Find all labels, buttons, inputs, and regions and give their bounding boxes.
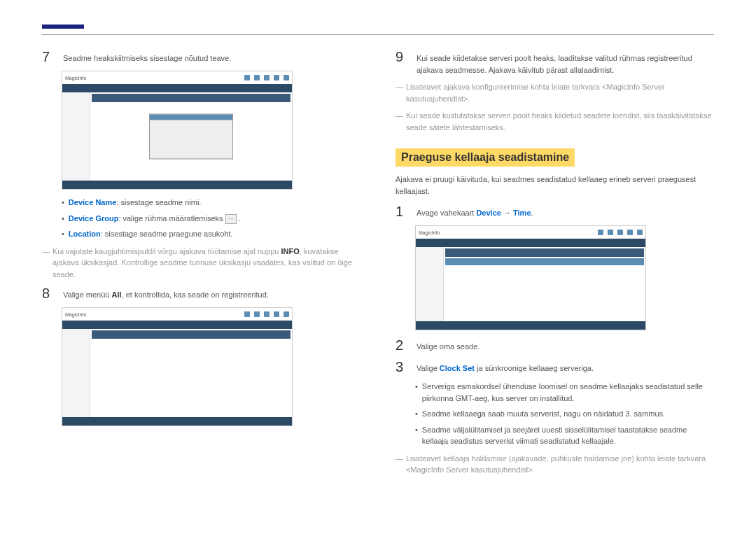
step-number-1: 1: [396, 204, 408, 220]
step-3-text: Valige Clock Set ja sünkroonige kellaaeg…: [416, 359, 594, 374]
step-number-2: 2: [396, 337, 408, 353]
bullet-restart: Seadme väljalülitamisel ja seejärel uues…: [415, 424, 714, 447]
app-logo: MagicInfo: [65, 76, 86, 80]
bullet-change-time: Seadme kellaaega saab muuta serverist, n…: [415, 408, 714, 420]
step-number-8: 8: [42, 286, 55, 302]
step-number-9: 9: [396, 49, 408, 65]
right-column: 9 Kui seade kiidetakse serveri poolt hea…: [396, 49, 714, 482]
step-2-text: Valige oma seade.: [416, 337, 479, 353]
app-logo: MagicInfo: [65, 312, 86, 317]
bullet-device-group: Device Group: valige rühma määratlemisek…: [62, 213, 360, 225]
note-info-button: Kui vajutate kaugjuhtimispuldil võrgu aj…: [42, 246, 360, 281]
screenshot-approval-dialog: MagicInfo: [62, 71, 293, 190]
bullet-location: Location: sisestage seadme praegune asuk…: [62, 228, 360, 240]
step-8-text: Valige menüü All, et kontrollida, kas se…: [63, 286, 269, 301]
section-intro: Ajakava ei pruugi käivituda, kui seadmes…: [396, 174, 714, 197]
header-accent: [42, 24, 84, 29]
note-delete-info: Kui seade kustutatakse serveri poolt hea…: [396, 110, 714, 133]
screenshot-device-time: MagicInfo: [415, 225, 646, 330]
bullet-device-name: Device Name: sisestage seadme nimi.: [62, 197, 360, 209]
section-heading: Praeguse kellaaja seadistamine: [396, 148, 575, 167]
step-9-text: Kui seade kiidetakse serveri poolt heaks…: [416, 49, 714, 76]
app-logo: MagicInfo: [419, 230, 440, 235]
step-7-text: Seadme heakskiitmiseks sisestage nõutud …: [63, 49, 231, 64]
step-1-text: Avage vahekaart Device → Time.: [416, 204, 533, 219]
left-column: 7 Seadme heakskiitmiseks sisestage nõutu…: [42, 49, 360, 482]
note-config-info: Lisateavet ajakava konfigureerimise koht…: [396, 81, 714, 104]
bullet-gmt: Serveriga esmakordsel ühenduse loomisel …: [415, 381, 714, 404]
select-icon: ⋯: [225, 214, 237, 224]
step-number-3: 3: [396, 359, 408, 375]
screenshot-all-menu: MagicInfo: [62, 307, 293, 426]
note-time-management: Lisateavet kellaaja haldamise (ajakavade…: [396, 453, 714, 476]
step-number-7: 7: [42, 49, 55, 65]
header-rule: [42, 34, 714, 35]
